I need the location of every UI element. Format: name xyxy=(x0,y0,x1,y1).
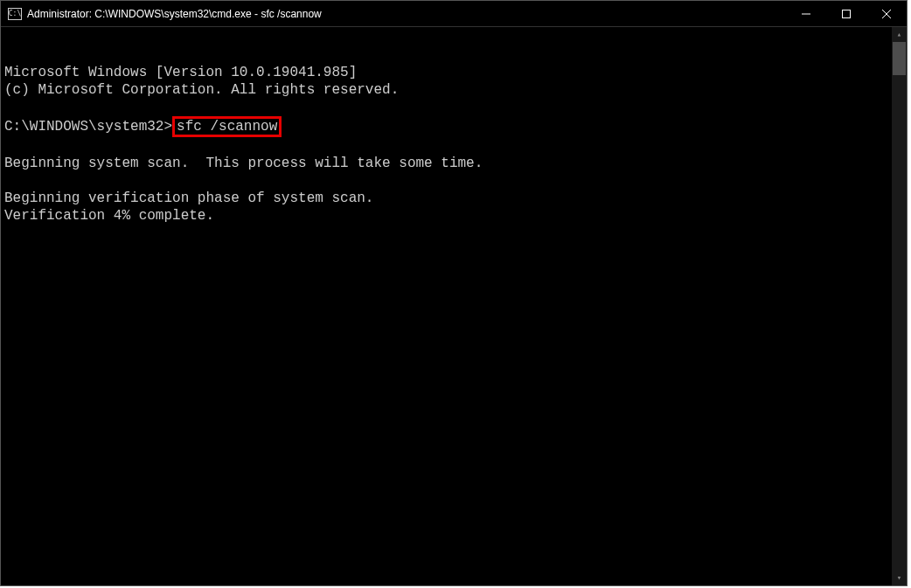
maximize-button[interactable] xyxy=(826,1,866,26)
scroll-up-arrow[interactable]: ▴ xyxy=(892,27,907,42)
cmd-icon: C:\ xyxy=(8,8,22,20)
scroll-thumb[interactable] xyxy=(893,42,906,75)
titlebar[interactable]: C:\ Administrator: C:\WINDOWS\system32\c… xyxy=(1,1,907,27)
command-highlight: sfc /scannow xyxy=(172,116,282,137)
terminal-line: Beginning system scan. This process will… xyxy=(4,156,483,171)
window-title: Administrator: C:\WINDOWS\system32\cmd.e… xyxy=(27,8,322,20)
terminal-content: Microsoft Windows [Version 10.0.19041.98… xyxy=(4,64,887,225)
terminal-line: Verification 4% complete. xyxy=(4,208,214,224)
svg-rect-1 xyxy=(843,10,851,17)
titlebar-left: C:\ Administrator: C:\WINDOWS\system32\c… xyxy=(8,8,322,20)
window-controls xyxy=(786,1,907,26)
cmd-window: C:\ Administrator: C:\WINDOWS\system32\c… xyxy=(0,0,908,586)
terminal-line: (c) Microsoft Corporation. All rights re… xyxy=(4,82,399,98)
terminal-body[interactable]: Microsoft Windows [Version 10.0.19041.98… xyxy=(1,27,907,585)
terminal-line: Beginning verification phase of system s… xyxy=(4,190,373,206)
scrollbar[interactable]: ▴ ▾ xyxy=(892,27,907,585)
scroll-down-arrow[interactable]: ▾ xyxy=(892,571,907,585)
terminal-prompt: C:\WINDOWS\system32> xyxy=(4,119,172,135)
terminal-line: Microsoft Windows [Version 10.0.19041.98… xyxy=(4,65,357,80)
minimize-button[interactable] xyxy=(786,1,826,26)
close-button[interactable] xyxy=(866,1,907,26)
